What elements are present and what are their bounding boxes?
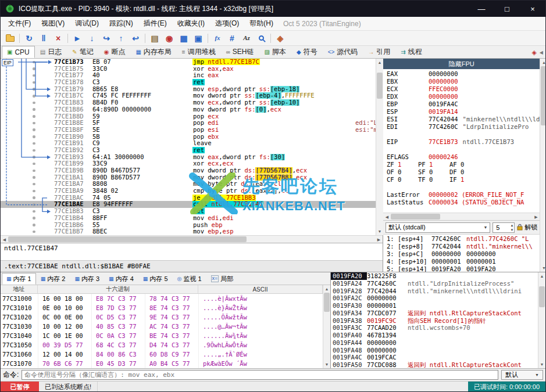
flag-TF[interactable]: TF 0 <box>418 176 449 184</box>
menu-item[interactable]: 跟踪(N) <box>104 17 138 30</box>
scroll-left-arrow[interactable]: ◀ <box>1 236 8 243</box>
disasm-row[interactable]: 77CE1B8F5Epop esiesi:"minkernel\\ntd <box>1 127 376 134</box>
breakpoint-dot[interactable] <box>33 88 35 91</box>
scrollbar-track[interactable] <box>538 280 545 361</box>
breakpoint-dot[interactable] <box>33 183 35 186</box>
tab-CPU[interactable]: ▣CPU <box>2 46 35 58</box>
breakpoint-dot[interactable] <box>33 163 35 166</box>
tab-内存布局[interactable]: ▦内存布局 <box>130 46 176 58</box>
menu-item[interactable]: 文件(F) <box>3 17 36 30</box>
tab-引用[interactable]: →引用 <box>363 46 395 58</box>
menu-item[interactable]: 插件(E) <box>138 17 172 30</box>
toolbar-step-over-button[interactable]: ↪ <box>99 32 113 45</box>
tab-调用堆栈[interactable]: ≡调用堆栈 <box>177 46 221 58</box>
breakpoint-dot[interactable] <box>33 128 35 131</box>
breakpoint-dot[interactable] <box>33 74 35 77</box>
dump-row[interactable]: 77C310200C 00 0E 000C D5 C3 779E 74 C3 7… <box>1 312 323 322</box>
dump-tab-内存 4[interactable]: ▦内存 4 <box>104 273 138 285</box>
breakpoint-dot[interactable] <box>33 102 35 105</box>
menu-item[interactable]: 收藏夹(I) <box>172 17 210 30</box>
breakpoint-dot[interactable] <box>33 142 35 145</box>
breakpoint-dot[interactable] <box>33 135 35 138</box>
toolbar-step-into-button[interactable]: ↓ <box>85 32 99 45</box>
registers-vertical-scrollbar[interactable]: ▲ ▼ <box>540 59 546 272</box>
stack-rows[interactable]: 0019FA20318225F80019FA2477C4260Cntdll."L… <box>331 272 538 368</box>
dump-tab-内存 3[interactable]: ▦内存 3 <box>70 273 104 285</box>
scroll-right-arrow[interactable]: ▶ <box>532 213 540 220</box>
toolbar-run-to-user-code-button[interactable]: ↩ <box>129 32 142 45</box>
scrollbar-track[interactable] <box>323 293 330 361</box>
menu-item[interactable]: 调试(D) <box>70 17 104 30</box>
dump-tab-监视 1[interactable]: ◎监视 1 <box>173 273 206 285</box>
stack-row[interactable]: 0019FA4046781394 <box>331 332 538 339</box>
dump-vertical-scrollbar[interactable]: ▲ ▼ <box>323 285 330 368</box>
breakpoint-dot[interactable] <box>33 122 35 125</box>
scroll-up-arrow[interactable]: ▲ <box>540 59 546 66</box>
maximize-button[interactable]: □ <box>494 1 520 17</box>
dump-tab-内存 5[interactable]: ▦内存 5 <box>138 273 173 285</box>
dump-row[interactable]: 77C310100E 00 10 00E8 7D C3 778E 74 C3 7… <box>1 303 323 312</box>
scrollbar-thumb[interactable] <box>324 293 330 312</box>
disasm-row[interactable]: 77CE1B8664:890D 00000000mov dword ptr fs… <box>1 106 376 113</box>
tab-SEH链[interactable]: ∞SEH链 <box>221 46 259 58</box>
disasm-row[interactable]: 77CE1BB48BFFmov edi,edi <box>1 215 376 222</box>
tab-源代码[interactable]: <>源代码 <box>323 46 363 58</box>
breakpoint-dot[interactable] <box>33 196 35 199</box>
stack-row[interactable]: 0019FA2477C4260Cntdll."LdrpInitializePro… <box>331 280 538 287</box>
register-row-EBX[interactable]: EBX00000000 <box>387 78 540 85</box>
stack-row[interactable]: 0019FA4800000000 <box>331 347 538 354</box>
breakpoint-dot[interactable] <box>33 108 35 111</box>
toolbar-restart-button[interactable]: ↻ <box>22 32 36 45</box>
toolbar-stop-button[interactable]: × <box>51 32 65 45</box>
scroll-down-arrow[interactable]: ▼ <box>376 228 383 235</box>
dump-row[interactable]: 77C3107070 6B C6 77E0 45 D3 77A0 B4 C5 7… <box>1 359 323 368</box>
tab-笔记[interactable]: ✎笔记 <box>67 46 98 58</box>
argument-row[interactable]: 5: [esp+14]0019FA200019FA20 <box>387 265 540 272</box>
tab-脚本[interactable]: ▨脚本 <box>259 46 291 58</box>
stack-row[interactable]: 0019FA3000000001 <box>331 302 538 310</box>
toolbar-open-file-button[interactable] <box>3 32 17 45</box>
breakpoint-dot[interactable] <box>33 61 35 64</box>
flag-DF[interactable]: DF 0 <box>449 168 481 176</box>
scroll-up-arrow[interactable]: ▲ <box>376 59 383 66</box>
register-row-LastError[interactable]: LastError00000002 (ERROR_FILE_NOT_F <box>387 191 540 199</box>
argument-row[interactable]: 1: [esp+4]77C4260Cntdll.77C4260C "L <box>387 235 540 243</box>
stack-row[interactable]: 0019FA3477CDC077返回到 ntdll.RtlCaptureStac… <box>331 310 538 317</box>
breakpoint-dot[interactable] <box>33 224 35 226</box>
scrollbar-track[interactable] <box>391 213 532 220</box>
stack-row[interactable]: 0019FA5077CDC088返回到 ntdll.RtlCaptureStac… <box>331 361 538 368</box>
stack-row[interactable]: 0019FA380019FC9C指向SEH_Record[1]的指针 <box>331 317 538 325</box>
register-row-LastStatus[interactable]: LastStatusC0000034 (STATUS_OBJECT_NA <box>387 199 540 206</box>
stack-vertical-scrollbar[interactable]: ▲ ▼ <box>538 272 545 368</box>
scrollbar-track[interactable] <box>8 236 375 243</box>
argument-count-spinner[interactable]: 5 ▲▼ <box>493 222 515 233</box>
hide-fpu-button[interactable]: 隐藏FPU <box>383 59 540 69</box>
breakpoint-dot[interactable] <box>33 217 35 220</box>
minimize-button[interactable]: — <box>469 1 494 17</box>
unlock-control[interactable]: 解锁 <box>517 223 537 232</box>
toolbar-patches-button[interactable]: ◈ <box>273 32 287 45</box>
scroll-up-arrow[interactable]: ▲ <box>323 285 330 293</box>
stack-row[interactable]: 0019FA4400000000 <box>331 339 538 347</box>
disassembly-vertical-scrollbar[interactable]: ▲ ▼ <box>376 59 383 235</box>
flag-OF[interactable]: OF 0 <box>387 168 418 176</box>
scroll-up-arrow[interactable]: ▲ <box>538 272 545 280</box>
command-profile-dropdown[interactable]: 默认 ▼ <box>501 370 543 380</box>
flag-AF[interactable]: AF 0 <box>449 161 481 168</box>
dump-tab-局部[interactable]: x=局部 <box>206 273 238 285</box>
flag-ZF[interactable]: ZF 1 <box>387 161 418 168</box>
breakpoint-dot[interactable] <box>33 67 35 70</box>
toolbar-execute-till-return-button[interactable]: ↑ <box>114 32 128 45</box>
argument-row[interactable]: 2: [esp+8]77C42044ntdll."minkernel\\ <box>387 243 540 250</box>
menu-item[interactable]: 选项(O) <box>210 17 244 30</box>
toolbar-save-database-button[interactable]: ▣ <box>191 32 205 45</box>
calling-convention-select[interactable]: 默认 (stdcall) ▼ <box>386 222 490 233</box>
flag-CF[interactable]: CF 0 <box>387 176 418 184</box>
scrollbar-track[interactable] <box>376 66 383 228</box>
stack-row[interactable]: 0019FA20318225F8 <box>331 272 538 280</box>
breakpoint-dot[interactable] <box>33 203 35 206</box>
disassembly-horizontal-scrollbar[interactable]: ◀ ▶ <box>1 235 383 243</box>
scrollbar-thumb[interactable] <box>8 236 247 242</box>
tab-断点[interactable]: ◉断点 <box>99 46 131 58</box>
scrollbar-thumb[interactable] <box>391 214 440 220</box>
